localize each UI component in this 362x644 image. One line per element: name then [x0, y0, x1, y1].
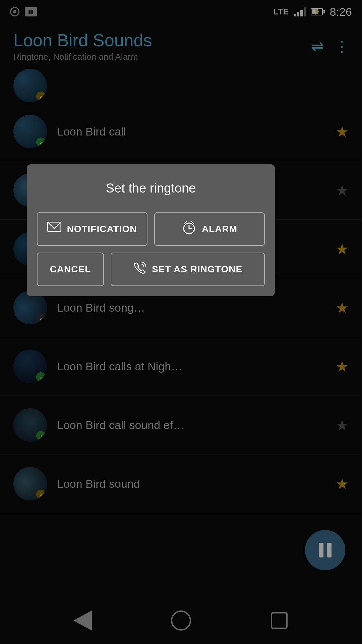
notification-label: NOTIFICATION	[67, 224, 137, 234]
ringtone-dialog: Set the ringtone NOTIFICATION	[27, 164, 275, 296]
notification-icon	[47, 222, 61, 237]
alarm-label: ALARM	[202, 224, 237, 234]
dialog-title: Set the ringtone	[37, 181, 265, 196]
cancel-label: CANCEL	[50, 264, 91, 275]
cancel-button[interactable]: CANCEL	[37, 253, 104, 286]
ringtone-label: SET AS RINGTONE	[152, 264, 242, 275]
notification-button[interactable]: NOTIFICATION	[37, 212, 147, 246]
dialog-overlay	[0, 0, 362, 644]
alarm-icon	[182, 220, 196, 238]
phone-icon	[133, 261, 146, 278]
dialog-row-2: CANCEL SET AS RINGTONE	[37, 253, 265, 286]
dialog-row-1: NOTIFICATION ALARM	[37, 212, 265, 246]
set-ringtone-button[interactable]: SET AS RINGTONE	[111, 253, 265, 286]
alarm-button[interactable]: ALARM	[154, 212, 265, 246]
